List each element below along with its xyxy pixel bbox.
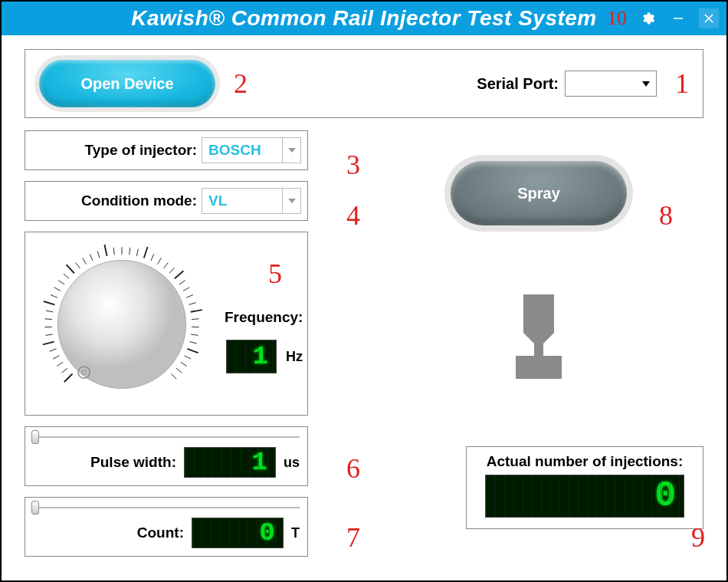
injector-type-value: BOSCH [208, 142, 261, 159]
title-bar: Kawish® Common Rail Injector Test System… [2, 2, 726, 35]
svg-line-3 [57, 362, 63, 366]
condition-mode-panel: Condition mode: VL [25, 181, 308, 221]
svg-line-22 [113, 248, 114, 255]
svg-line-45 [171, 373, 176, 379]
svg-line-32 [179, 281, 185, 284]
svg-line-24 [130, 248, 130, 255]
svg-line-17 [76, 262, 80, 268]
frequency-panel: Frequency: 1 Hz [25, 232, 308, 416]
svg-line-2 [62, 368, 67, 373]
count-slider[interactable] [33, 502, 300, 513]
frequency-label: Frequency: [225, 309, 303, 326]
injector-type-label: Type of injector: [36, 142, 197, 159]
svg-line-1 [64, 373, 73, 382]
serial-port-label: Serial Port: [477, 75, 559, 93]
svg-line-26 [144, 247, 148, 258]
frequency-display: 1 [226, 340, 277, 373]
top-panel: Open Device 2 Serial Port: 1 [25, 49, 703, 118]
annotation-1: 1 [675, 67, 689, 100]
svg-line-4 [53, 356, 59, 359]
svg-line-35 [189, 303, 196, 305]
svg-line-42 [185, 356, 191, 359]
annotation-10: 10 [607, 7, 627, 30]
actual-injections-display: 0 [485, 475, 684, 518]
svg-line-27 [151, 254, 154, 261]
spray-button[interactable]: Spray [451, 161, 627, 225]
frequency-knob[interactable] [34, 237, 209, 412]
svg-line-28 [158, 258, 162, 264]
annotation-3: 3 [346, 149, 360, 181]
spray-label: Spray [517, 185, 560, 202]
open-device-label: Open Device [80, 75, 173, 93]
svg-line-21 [104, 245, 107, 256]
minimize-icon[interactable] [668, 8, 688, 28]
svg-line-40 [189, 342, 196, 344]
annotation-6: 6 [346, 452, 360, 485]
svg-line-33 [183, 288, 189, 291]
count-display: 0 [192, 518, 284, 548]
annotation-5: 5 [268, 258, 282, 290]
svg-line-16 [66, 265, 74, 273]
open-device-button[interactable]: Open Device [39, 60, 215, 107]
chevron-down-icon [282, 189, 300, 213]
actual-injections-panel: Actual number of injections: 0 [466, 446, 703, 529]
condition-mode-label: Condition mode: [36, 192, 197, 209]
settings-icon[interactable] [638, 8, 657, 28]
close-icon[interactable] [699, 8, 719, 28]
svg-line-20 [97, 251, 100, 258]
svg-line-5 [50, 349, 57, 351]
injector-type-select[interactable]: BOSCH [202, 137, 301, 163]
svg-point-46 [57, 260, 185, 388]
injector-icon [507, 294, 571, 379]
annotation-4: 4 [346, 199, 360, 232]
svg-line-14 [58, 281, 64, 284]
svg-line-36 [191, 310, 202, 312]
count-label: Count: [137, 524, 184, 541]
injector-type-panel: Type of injector: BOSCH [25, 130, 308, 170]
pulse-width-label: Pulse width: [90, 454, 176, 471]
actual-injections-label: Actual number of injections: [474, 453, 695, 470]
svg-line-18 [83, 258, 87, 264]
frequency-unit: Hz [286, 349, 303, 365]
svg-line-12 [51, 294, 57, 298]
svg-line-29 [164, 262, 169, 268]
serial-port-select[interactable] [565, 71, 657, 97]
svg-line-34 [186, 294, 193, 298]
svg-line-31 [175, 271, 183, 278]
svg-line-25 [136, 249, 138, 256]
svg-line-7 [45, 334, 52, 335]
condition-mode-select[interactable]: VL [202, 188, 301, 214]
count-unit: T [291, 525, 300, 541]
svg-line-11 [44, 301, 55, 304]
svg-line-41 [187, 349, 198, 353]
condition-mode-value: VL [208, 192, 227, 209]
svg-line-9 [45, 319, 52, 320]
svg-rect-0 [674, 18, 683, 19]
svg-line-19 [90, 254, 93, 261]
svg-line-30 [169, 268, 174, 273]
svg-line-37 [192, 319, 198, 320]
svg-line-43 [181, 362, 187, 366]
svg-line-15 [64, 274, 69, 278]
annotation-8: 8 [659, 199, 673, 232]
pulse-width-slider[interactable] [33, 432, 300, 442]
svg-line-13 [54, 288, 61, 291]
svg-line-10 [46, 311, 53, 312]
pulse-width-unit: us [284, 455, 300, 471]
svg-line-44 [176, 368, 182, 373]
annotation-9: 9 [691, 521, 705, 554]
annotation-7: 7 [346, 521, 360, 554]
app-title: Kawish® Common Rail Injector Test System [131, 6, 597, 31]
chevron-down-icon [282, 138, 300, 163]
count-panel: Count: 0 T [25, 497, 308, 557]
pulse-width-panel: Pulse width: 1 us [25, 426, 308, 486]
annotation-2: 2 [234, 67, 248, 100]
svg-line-39 [191, 334, 198, 335]
svg-line-6 [43, 342, 54, 345]
pulse-width-display: 1 [184, 447, 276, 478]
